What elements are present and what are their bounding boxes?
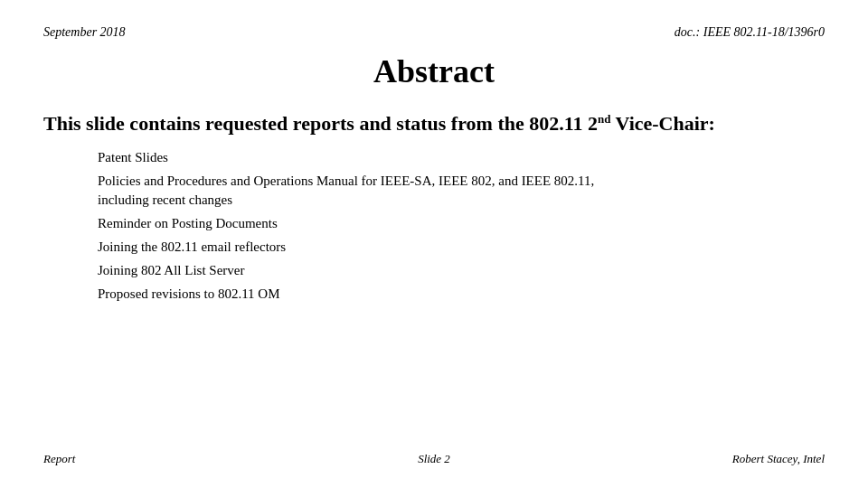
slide-title: Abstract <box>43 52 825 90</box>
list-item: Joining the 802.11 email reflectors <box>98 238 825 257</box>
slide: September 2018 doc.: IEEE 802.11-18/1396… <box>0 0 868 488</box>
superscript-nd: nd <box>598 112 610 126</box>
list-item: Reminder on Posting Documents <box>98 214 825 233</box>
footer: Report Slide 2 Robert Stacey, Intel <box>43 445 825 466</box>
header: September 2018 doc.: IEEE 802.11-18/1396… <box>43 25 825 40</box>
header-date: September 2018 <box>43 25 126 40</box>
list-item: Policies and Procedures and Operations M… <box>98 172 825 210</box>
footer-slide-number: Slide 2 <box>152 452 716 466</box>
subtitle-text-before: This slide contains requested reports an… <box>43 112 715 135</box>
footer-label: Report <box>43 452 152 466</box>
main-content: This slide contains requested reports an… <box>43 112 825 445</box>
header-doc: doc.: IEEE 802.11-18/1396r0 <box>675 25 825 40</box>
title-section: Abstract <box>43 52 825 90</box>
list-item: Patent Slides <box>98 148 825 167</box>
list-item: Joining 802 All List Server <box>98 261 825 280</box>
list-item: Proposed revisions to 802.11 OM <box>98 285 825 304</box>
subtitle: This slide contains requested reports an… <box>43 112 825 136</box>
bullet-list: Patent Slides Policies and Procedures an… <box>98 148 825 304</box>
footer-author: Robert Stacey, Intel <box>716 452 825 466</box>
